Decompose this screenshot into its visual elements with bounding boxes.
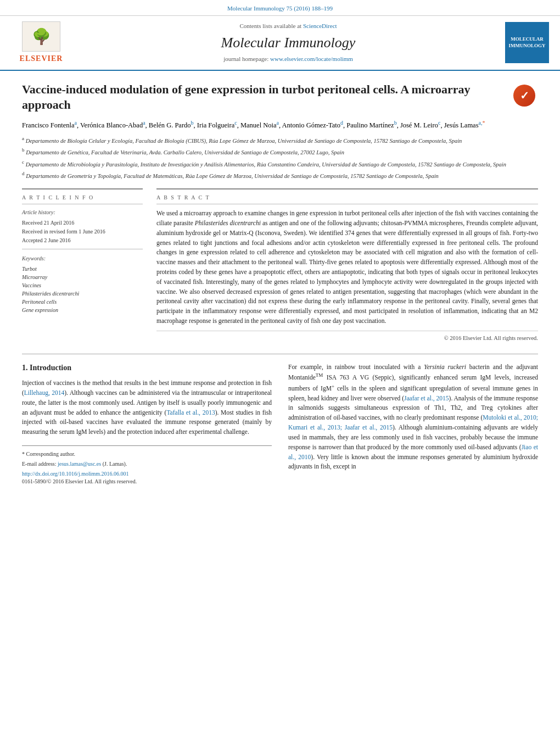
homepage-link[interactable]: www.elsevier.com/locate/molimm	[270, 55, 353, 62]
keyword-5: Peritoneal cells	[22, 298, 143, 306]
crossmark: ✓	[513, 85, 538, 107]
mol-logo: MOLECULAR IMMUNOLOGY	[505, 22, 549, 63]
ref-tafalla: Tafalla et al., 2013	[166, 409, 215, 416]
journal-header: 🌳 ELSEVIER Contents lists available at S…	[0, 16, 560, 71]
history-revised: Received in revised form 1 June 2016	[22, 228, 143, 236]
abstract-section: A B S T R A C T We used a microarray app…	[156, 188, 538, 342]
intro-left: 1. Introduction Injection of vaccines is…	[22, 362, 272, 486]
authors: Francisco Fontenlaa, Verónica Blanco-Aba…	[22, 119, 538, 131]
history-label: Article history:	[22, 209, 143, 216]
article-title-section: Vaccine-induced modulation of gene expre…	[22, 82, 538, 113]
journal-title: Molecular Immunology	[71, 33, 505, 53]
contents-line: Contents lists available at ScienceDirec…	[71, 22, 505, 30]
keywords-label: Keywords:	[22, 255, 143, 263]
doi-line[interactable]: http://dx.doi.org/10.1016/j.molimm.2016.…	[22, 470, 272, 478]
elsevier-tree-icon: 🌳	[22, 21, 60, 52]
email-link[interactable]: jesus.lamas@usc.es	[58, 461, 101, 467]
top-bar: Molecular Immunology 75 (2016) 188–199	[0, 0, 560, 16]
copyright-line: © 2016 Elsevier Ltd. All rights reserved…	[156, 331, 538, 343]
article-info: A R T I C L E I N F O Article history: R…	[22, 188, 143, 342]
keyword-1: Turbot	[22, 265, 143, 273]
crossmark-badge: ✓	[513, 85, 535, 107]
ref-lillehaug: Lillehaug, 2014	[24, 389, 64, 396]
intro-section: 1. Introduction Injection of vaccines is…	[22, 362, 538, 486]
abstract-text: We used a microarray approach to examine…	[156, 209, 538, 326]
keyword-6: Gene expression	[22, 306, 143, 314]
article-info-header: A R T I C L E I N F O	[22, 194, 143, 204]
intro-title: 1. Introduction	[22, 362, 272, 373]
doi-link[interactable]: http://dx.doi.org/10.1016/j.molimm.2016.…	[22, 471, 129, 477]
keyword-4: Philasterides dicentrarchi	[22, 290, 143, 298]
keyword-3: Vaccines	[22, 282, 143, 289]
ref-jaafar-2015: Jaafar et al., 2015	[404, 395, 449, 401]
keyword-2: Microarray	[22, 274, 143, 281]
article-title: Vaccine-induced modulation of gene expre…	[22, 82, 505, 113]
journal-center: Contents lists available at ScienceDirec…	[71, 22, 505, 63]
main-divider	[22, 354, 538, 354]
ref-jiao: Jiao et al., 2010	[288, 444, 538, 460]
ref-mutoloki: Mutoloki et al., 2010; Kumari et al., 20…	[288, 414, 538, 431]
journal-ref: Molecular Immunology 75 (2016) 188–199	[227, 5, 333, 12]
sciencedirect-link[interactable]: ScienceDirect	[303, 23, 337, 29]
corresponding-author-note: * Corresponding author.	[22, 450, 272, 458]
abstract-header: A B S T R A C T	[156, 194, 538, 204]
history-received: Received 21 April 2016	[22, 219, 143, 227]
intro-right: For example, in rainbow trout inoculated…	[288, 362, 538, 486]
main-content: Vaccine-induced modulation of gene expre…	[0, 71, 560, 496]
intro-para-1: Injection of vaccines is the method that…	[22, 378, 272, 437]
homepage-line: journal homepage: www.elsevier.com/locat…	[71, 55, 505, 63]
elsevier-label: ELSEVIER	[20, 53, 63, 64]
history-accepted: Accepted 2 June 2016	[22, 237, 143, 244]
issn-line: 0161-5890/© 2016 Elsevier Ltd. All right…	[22, 478, 272, 486]
elsevier-logo: 🌳 ELSEVIER	[11, 21, 71, 64]
affiliations: a Departamento de Biología Celular y Eco…	[22, 135, 538, 180]
intro-para-right-1: For example, in rainbow trout inoculated…	[288, 362, 538, 472]
two-col-section: A R T I C L E I N F O Article history: R…	[22, 188, 538, 342]
footer-notes: * Corresponding author. E-mail address: …	[22, 445, 272, 486]
email-line: E-mail address: jesus.lamas@usc.es (J. L…	[22, 460, 272, 468]
